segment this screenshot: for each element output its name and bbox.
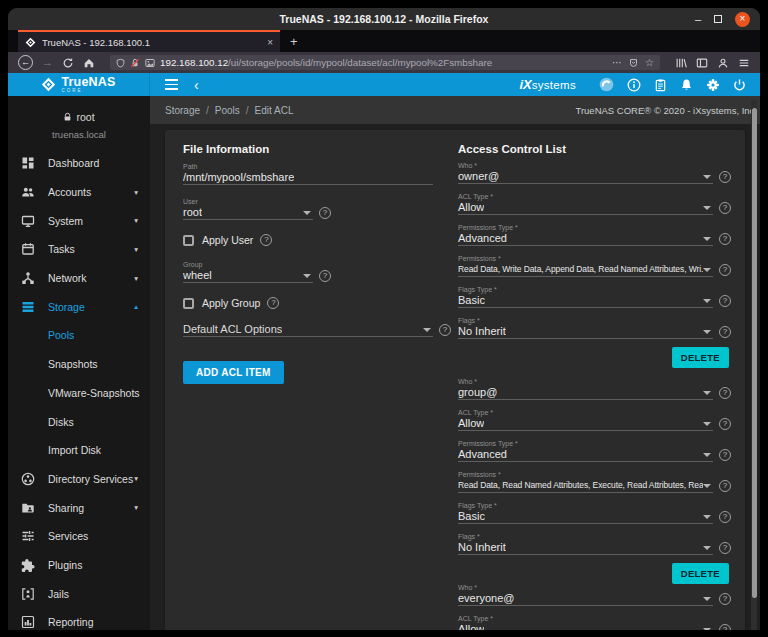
menu-icon[interactable]: [738, 57, 750, 69]
back-button[interactable]: ←: [18, 55, 33, 70]
sidebar-item-vmware-snapshots[interactable]: VMware-Snapshots: [8, 379, 150, 408]
flags-field[interactable]: Flags * No Inherit ?: [458, 316, 745, 339]
user-field[interactable]: User root ?: [183, 197, 458, 220]
truecommand-icon[interactable]: [599, 77, 614, 92]
help-icon[interactable]: ?: [319, 207, 331, 219]
sidebar-item-storage[interactable]: Storage ▴: [8, 292, 150, 321]
sidebar-item-dashboard[interactable]: Dashboard: [8, 149, 150, 178]
sidebar-item-snapshots[interactable]: Snapshots: [8, 350, 150, 379]
breadcrumb-pools[interactable]: Pools: [215, 105, 240, 116]
apply-user-checkbox[interactable]: [183, 235, 194, 246]
apply-group-checkbox[interactable]: [183, 298, 194, 309]
close-button[interactable]: ×: [735, 12, 750, 27]
who-field[interactable]: Who * everyone@ ?: [458, 583, 745, 606]
library-icon[interactable]: [675, 57, 687, 69]
help-icon[interactable]: ?: [719, 295, 731, 307]
help-icon[interactable]: ?: [719, 624, 731, 630]
help-icon[interactable]: ?: [719, 264, 731, 276]
sidebar-item-services[interactable]: Services: [8, 522, 150, 551]
dropdown-caret-icon[interactable]: [303, 211, 311, 215]
help-icon[interactable]: ?: [719, 326, 731, 338]
group-field[interactable]: Group wheel ?: [183, 260, 458, 283]
url-bar[interactable]: 192.168.100.12/ui/storage/pools/id/mypoo…: [110, 55, 660, 70]
maximize-button[interactable]: [714, 15, 722, 23]
sidebar-item-plugins[interactable]: Plugins: [8, 551, 150, 580]
help-icon[interactable]: ?: [439, 324, 451, 336]
permissions-field[interactable]: Permissions * Read Data, Read Named Attr…: [458, 470, 745, 493]
sidebar-item-system[interactable]: System ▾: [8, 206, 150, 235]
help-icon[interactable]: ?: [719, 171, 731, 183]
tasks-clipboard-icon[interactable]: [654, 78, 667, 92]
permissions-field[interactable]: Permissions * Read Data, Write Data, App…: [458, 254, 745, 277]
tab-truenas[interactable]: TrueNAS - 192.168.100.1 ×: [18, 30, 280, 52]
new-tab-button[interactable]: +: [290, 30, 298, 52]
alerts-bell-icon[interactable]: [680, 78, 693, 92]
dropdown-caret-icon[interactable]: [703, 206, 711, 210]
sidebar-item-sharing[interactable]: Sharing ▾: [8, 493, 150, 522]
add-acl-item-button[interactable]: ADD ACL ITEM: [183, 361, 284, 384]
sidenav-toggle-icon[interactable]: [165, 79, 178, 89]
dropdown-caret-icon[interactable]: [703, 453, 711, 457]
dropdown-caret-icon[interactable]: [703, 546, 711, 550]
permissions-type-field[interactable]: Permissions Type * Advanced ?: [458, 223, 745, 246]
help-icon[interactable]: ?: [319, 270, 331, 282]
flags-type-field[interactable]: Flags Type * Basic ?: [458, 501, 745, 524]
acl-type-field[interactable]: ACL Type * Allow ?: [458, 192, 745, 215]
forward-button[interactable]: →: [42, 57, 53, 68]
dropdown-caret-icon[interactable]: [703, 299, 711, 303]
dropdown-caret-icon[interactable]: [703, 515, 711, 519]
sidebar-item-import-disk[interactable]: Import Disk: [8, 436, 150, 465]
breadcrumb-storage[interactable]: Storage: [165, 105, 200, 116]
help-icon[interactable]: ?: [260, 234, 272, 246]
scrollbar-thumb[interactable]: [752, 108, 757, 598]
power-icon[interactable]: [733, 78, 746, 92]
sidebar-item-network[interactable]: Network ▾: [8, 264, 150, 293]
sidebar-item-directory-services[interactable]: Directory Services ▾: [8, 465, 150, 494]
info-icon[interactable]: [627, 78, 641, 92]
who-field[interactable]: Who * group@ ?: [458, 377, 745, 400]
sidebar-item-pools[interactable]: Pools: [8, 321, 150, 350]
acl-type-field[interactable]: ACL Type * Allow ?: [458, 614, 745, 630]
permissions-type-field[interactable]: Permissions Type * Advanced ?: [458, 439, 745, 462]
window-titlebar[interactable]: TrueNAS - 192.168.100.12 - Mozilla Firef…: [8, 8, 760, 30]
sidebar-item-accounts[interactable]: Accounts ▾: [8, 178, 150, 207]
help-icon[interactable]: ?: [719, 418, 731, 430]
url-text[interactable]: 192.168.100.12/ui/storage/pools/id/mypoo…: [160, 57, 492, 68]
insecure-lock-icon[interactable]: [130, 58, 140, 68]
pocket-icon[interactable]: [629, 58, 638, 68]
page-scrollbar[interactable]: [751, 100, 757, 630]
delete-acl-entry-button[interactable]: DELETE: [672, 563, 729, 584]
dropdown-caret-icon[interactable]: [703, 330, 711, 334]
dropdown-caret-icon[interactable]: [703, 422, 711, 426]
help-icon[interactable]: ?: [267, 297, 279, 309]
dropdown-caret-icon[interactable]: [703, 597, 711, 601]
help-icon[interactable]: ?: [719, 480, 731, 492]
acl-type-field[interactable]: ACL Type * Allow ?: [458, 408, 745, 431]
help-icon[interactable]: ?: [719, 511, 731, 523]
dropdown-caret-icon[interactable]: [423, 328, 431, 332]
help-icon[interactable]: ?: [719, 202, 731, 214]
minimize-button[interactable]: –: [695, 14, 701, 24]
reload-button[interactable]: [62, 57, 74, 69]
page-actions-icon[interactable]: ⋯: [612, 57, 622, 68]
help-icon[interactable]: ?: [719, 387, 731, 399]
help-icon[interactable]: ?: [719, 593, 731, 605]
sidebar-item-reporting[interactable]: Reporting: [8, 608, 150, 630]
help-icon[interactable]: ?: [719, 542, 731, 554]
default-acl-options-select[interactable]: Default ACL Options ?: [183, 323, 458, 337]
help-icon[interactable]: ?: [719, 233, 731, 245]
tracking-shield-icon[interactable]: [116, 58, 125, 68]
who-field[interactable]: Who * owner@ ?: [458, 161, 745, 184]
flags-type-field[interactable]: Flags Type * Basic ?: [458, 285, 745, 308]
dropdown-caret-icon[interactable]: [703, 628, 711, 630]
flags-field[interactable]: Flags * No Inherit ?: [458, 532, 745, 555]
dropdown-caret-icon[interactable]: [703, 175, 711, 179]
dropdown-caret-icon[interactable]: [703, 391, 711, 395]
dropdown-caret-icon[interactable]: [703, 268, 711, 272]
collapse-chevron-icon[interactable]: ‹: [194, 78, 199, 92]
bookmark-star-icon[interactable]: ☆: [645, 57, 654, 68]
sidebar-item-jails[interactable]: Jails: [8, 579, 150, 608]
account-icon[interactable]: [717, 57, 729, 69]
settings-gear-icon[interactable]: [706, 78, 720, 92]
sidebar-item-disks[interactable]: Disks: [8, 407, 150, 436]
